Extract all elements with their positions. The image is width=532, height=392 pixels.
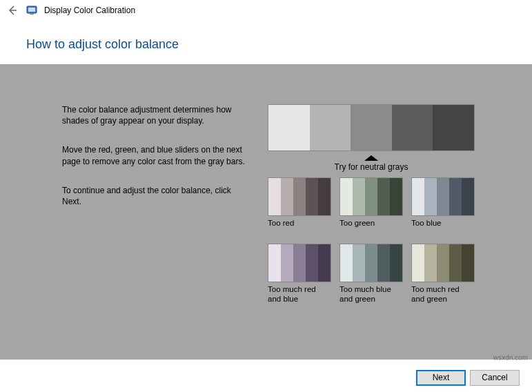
page-heading: How to adjust color balance (26, 37, 532, 52)
sample-grid: Too redToo greenToo blueToo much red and… (268, 177, 496, 304)
sample-swatch (412, 178, 424, 215)
svg-rect-3 (30, 13, 34, 14)
color-sample: Too much blue and green (339, 244, 403, 304)
paragraph-1: The color balance adjustment determines … (62, 104, 250, 126)
sample-label: Too much red and blue (268, 285, 331, 304)
neutral-swatch (268, 105, 310, 150)
sample-swatch (377, 244, 390, 282)
sample-swatch (268, 244, 281, 282)
back-button[interactable] (6, 3, 19, 17)
color-sample: Too red (268, 177, 331, 238)
color-sample: Too much red and green (411, 244, 475, 304)
sample-swatch (340, 244, 353, 282)
explanation-text: The color balance adjustment determines … (62, 104, 250, 360)
back-arrow-icon (7, 5, 18, 16)
neutral-label-block: Try for neutral grays (268, 155, 475, 172)
sample-strip (268, 177, 331, 216)
sample-swatch (340, 178, 353, 215)
samples-panel: Try for neutral grays Too redToo greenTo… (268, 104, 496, 360)
sample-swatch (365, 244, 377, 282)
sample-strip (339, 244, 403, 282)
sample-swatch (462, 244, 474, 282)
sample-swatch (365, 178, 377, 215)
cancel-button[interactable]: Cancel (470, 370, 520, 386)
sample-strip (411, 177, 475, 216)
sample-swatch (377, 178, 390, 215)
sample-swatch (318, 178, 331, 215)
sample-swatch (293, 244, 306, 282)
svg-rect-2 (28, 8, 35, 12)
color-sample: Too green (339, 177, 403, 238)
sample-swatch (353, 178, 365, 215)
footer: Next Cancel (0, 363, 532, 392)
color-sample: Too much red and blue (268, 244, 331, 304)
sample-strip (411, 244, 475, 282)
window-title: Display Color Calibration (44, 6, 135, 15)
sample-swatch (449, 178, 462, 215)
neutral-swatch (310, 105, 351, 150)
sample-swatch (424, 178, 437, 215)
paragraph-3: To continue and adjust the color balance… (62, 185, 250, 207)
sample-swatch (318, 244, 331, 282)
sample-label: Too blue (411, 219, 475, 238)
sample-swatch (306, 244, 318, 282)
sample-swatch (281, 244, 293, 282)
sample-label: Too much red and green (411, 285, 475, 304)
paragraph-2: Move the red, green, and blue sliders on… (62, 144, 250, 166)
neutral-label: Try for neutral grays (335, 162, 408, 172)
sample-label: Too much blue and green (339, 285, 403, 304)
neutral-swatch (351, 105, 392, 150)
sample-swatch (390, 244, 402, 282)
sample-label: Too red (268, 219, 331, 238)
sample-swatch (353, 244, 365, 282)
heading-area: How to adjust color balance (0, 21, 532, 64)
sample-strip (339, 177, 403, 216)
svg-marker-4 (364, 155, 378, 161)
app-icon (26, 5, 37, 16)
sample-swatch (437, 178, 449, 215)
neutral-gray-strip (268, 104, 475, 151)
sample-swatch (437, 244, 449, 282)
neutral-swatch (392, 105, 433, 150)
sample-swatch (449, 244, 462, 282)
sample-swatch (268, 178, 281, 215)
next-button[interactable]: Next (416, 370, 466, 386)
titlebar: Display Color Calibration (0, 0, 532, 21)
sample-strip (268, 244, 331, 282)
watermark: wsxdn.com (493, 354, 528, 362)
sample-swatch (293, 178, 306, 215)
neutral-swatch (433, 105, 474, 150)
sample-swatch (306, 178, 318, 215)
sample-label: Too green (339, 219, 403, 238)
color-sample: Too blue (411, 177, 475, 238)
sample-swatch (390, 178, 402, 215)
sample-swatch (281, 178, 293, 215)
content-area: The color balance adjustment determines … (0, 64, 532, 360)
sample-swatch (462, 178, 474, 215)
sample-swatch (424, 244, 437, 282)
up-arrow-icon (364, 155, 378, 161)
sample-swatch (412, 244, 424, 282)
